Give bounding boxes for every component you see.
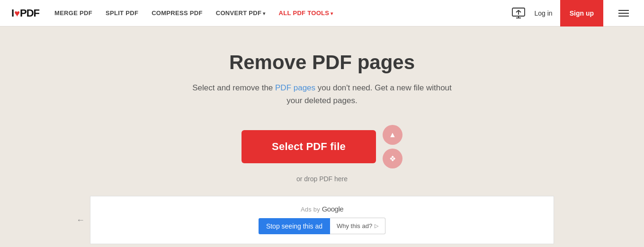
- navbar: I♥PDF MERGE PDF SPLIT PDF COMPRESS PDF C…: [0, 0, 644, 26]
- main-content: Remove PDF pages Select and remove the P…: [0, 26, 644, 244]
- dropbox-icon: ❖: [389, 154, 396, 163]
- pdf-pages-link[interactable]: PDF pages: [275, 83, 315, 92]
- logo-text: I♥PDF: [11, 7, 39, 19]
- ad-actions: Stop seeing this ad Why this ad? ▷: [259, 218, 385, 234]
- logo[interactable]: I♥PDF: [11, 7, 39, 19]
- monitor-icon[interactable]: [510, 5, 527, 22]
- logo-pdf: PDF: [20, 7, 39, 19]
- why-ad-label: Why this ad?: [337, 222, 372, 229]
- nav-split-pdf[interactable]: SPLIT PDF: [106, 9, 138, 17]
- logo-i: I: [11, 7, 14, 19]
- ad-container: ← Ads by Google Stop seeing this ad Why …: [90, 196, 554, 244]
- nav-links: MERGE PDF SPLIT PDF COMPRESS PDF CONVERT…: [54, 9, 510, 17]
- nav-all-pdf-tools[interactable]: ALL PDF TOOLS▾: [279, 9, 333, 17]
- back-arrow[interactable]: ←: [76, 215, 85, 225]
- dropbox-upload-button[interactable]: ❖: [383, 149, 402, 168]
- why-this-ad-button[interactable]: Why this ad? ▷: [330, 218, 385, 234]
- nav-compress-pdf[interactable]: COMPRESS PDF: [152, 9, 203, 17]
- page-title: Remove PDF pages: [229, 51, 415, 74]
- hamburger-menu[interactable]: [615, 6, 633, 20]
- cloud-upload-buttons: ▲ ❖: [383, 125, 402, 168]
- all-pdf-tools-dropdown-icon: ▾: [331, 11, 333, 16]
- nav-convert-pdf[interactable]: CONVERT PDF▾: [216, 9, 266, 17]
- drop-text: or drop PDF here: [296, 175, 348, 183]
- select-pdf-button[interactable]: Select PDF file: [242, 130, 376, 163]
- upload-section: Select PDF file ▲ ❖: [242, 125, 402, 168]
- page-subtitle: Select and remove the PDF pages you don'…: [189, 81, 455, 107]
- google-drive-upload-button[interactable]: ▲: [383, 125, 402, 145]
- login-button[interactable]: Log in: [535, 9, 553, 17]
- stop-seeing-ad-button[interactable]: Stop seeing this ad: [259, 218, 330, 234]
- nav-merge-pdf[interactable]: MERGE PDF: [54, 9, 92, 17]
- google-label: Google: [322, 205, 343, 213]
- why-ad-arrow-icon: ▷: [375, 223, 378, 229]
- convert-pdf-dropdown-icon: ▾: [263, 11, 265, 16]
- logo-heart: ♥: [14, 8, 19, 18]
- nav-right: Log in Sign up: [510, 0, 633, 26]
- google-drive-icon: ▲: [389, 131, 396, 139]
- ads-by-label: Ads by Google: [301, 205, 343, 213]
- signup-button[interactable]: Sign up: [560, 0, 603, 26]
